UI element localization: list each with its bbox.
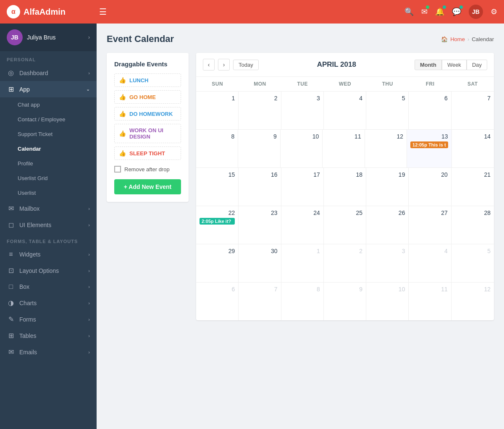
cal-cell-may6[interactable]: 6 [196,283,239,320]
cal-cell-may7[interactable]: 7 [239,283,281,320]
emails-icon: ✉ [7,348,15,356]
cal-cell-may2[interactable]: 2 [324,244,366,282]
cal-cell-apr18[interactable]: 18 [324,168,366,206]
sidebar-item-userlist-grid[interactable]: Userlist Grid [0,171,97,186]
cal-cell-apr6[interactable]: 6 [409,92,451,129]
cal-cell-may11[interactable]: 11 [409,283,451,320]
sidebar-item-forms[interactable]: ✎ Forms › [0,311,97,327]
sidebar-item-app-label: App [19,86,30,93]
cal-date: 14 [455,133,491,140]
view-week-button[interactable]: Week [442,60,467,70]
cal-cell-may12[interactable]: 12 [452,283,494,320]
cal-cell-apr1[interactable]: 1 [196,92,239,129]
cal-date: 30 [242,248,277,254]
cal-cell-apr24[interactable]: 24 [281,206,324,244]
cal-cell-apr16[interactable]: 16 [239,168,281,206]
cal-cell-apr12[interactable]: 12 [365,130,407,167]
cal-cell-may3[interactable]: 3 [366,244,409,282]
section-personal-label: PERSONAL [0,51,97,65]
drag-event-do-homework[interactable]: 👍 DO HOMEWORK [114,107,181,120]
cal-cell-apr11[interactable]: 11 [323,130,365,167]
sidebar-item-app[interactable]: ⊞ App ⌄ [0,81,97,97]
cal-date: 18 [327,171,362,178]
breadcrumb-home-link[interactable]: Home [450,36,465,42]
cal-cell-may10[interactable]: 10 [366,283,409,320]
hamburger-icon[interactable]: ☰ [99,7,107,17]
cal-cell-apr27[interactable]: 27 [409,206,451,244]
bell-icon[interactable]: 🔔 [435,7,444,16]
cal-cell-apr21[interactable]: 21 [452,168,494,206]
drag-event-sleep-tight[interactable]: 👍 SLEEP TIGHT [114,146,181,160]
mail-icon[interactable]: ✉ [421,7,428,16]
cal-cell-apr30[interactable]: 30 [239,244,281,282]
cal-cell-apr7[interactable]: 7 [452,92,494,129]
sidebar-item-profile[interactable]: Profile [0,156,97,171]
cal-date: 12 [455,286,491,293]
cal-cell-may5[interactable]: 5 [452,244,494,282]
main-content: Event Calendar 🏠 Home › Calendar Draggab… [97,24,504,429]
cal-cell-apr3[interactable]: 3 [281,92,324,129]
view-day-button[interactable]: Day [467,60,487,70]
drag-event-work-on-ui[interactable]: 👍 WORK ON UI DESIGN [114,124,181,143]
view-month-button[interactable]: Month [415,60,442,70]
sidebar-item-calendar[interactable]: Calendar [0,141,97,156]
drag-event-lunch[interactable]: 👍 LUNCH [114,73,181,87]
cal-cell-apr14[interactable]: 14 [452,130,494,167]
sidebar-item-userlist[interactable]: Userlist [0,186,97,200]
cal-cell-may1[interactable]: 1 [281,244,324,282]
cal-cell-apr17[interactable]: 17 [281,168,324,206]
cal-cell-apr22[interactable]: 22 2:05p Like it? [196,206,239,244]
cal-cell-may9[interactable]: 9 [324,283,366,320]
sidebar-item-chat-app[interactable]: Chat app [0,97,97,112]
cal-event-apr13[interactable]: 12:05p This is t [410,141,448,148]
calendar-today-button[interactable]: Today [233,60,259,70]
cal-cell-apr8[interactable]: 8 [196,130,238,167]
sidebar-item-widgets[interactable]: ≡ Widgets › [0,246,97,262]
add-event-button[interactable]: + Add New Event [114,179,181,194]
search-icon[interactable]: 🔍 [404,7,414,16]
cal-cell-apr10[interactable]: 10 [281,130,323,167]
drag-event-do-homework-label: DO HOMEWORK [129,111,173,117]
chat-icon[interactable]: 💬 [452,7,461,16]
cal-cell-apr13-today[interactable]: 13 12:05p This is t [407,130,452,167]
cal-cell-apr19[interactable]: 19 [366,168,409,206]
cal-date: 9 [242,133,276,140]
calendar-prev-button[interactable]: ‹ [203,59,215,71]
cal-cell-apr26[interactable]: 26 [366,206,409,244]
sidebar-item-contact-employee[interactable]: Contact / Employee [0,112,97,127]
cal-header-mon: MON [239,77,281,91]
sidebar-user[interactable]: JB Juliya Brus › [0,24,97,51]
cal-cell-apr15[interactable]: 15 [196,168,239,206]
cal-event-apr22[interactable]: 2:05p Like it? [200,218,235,225]
sidebar-item-emails[interactable]: ✉ Emails › [0,344,97,360]
cal-cell-may8[interactable]: 8 [281,283,324,320]
cal-cell-apr2[interactable]: 2 [239,92,281,129]
avatar[interactable]: JB [469,5,483,19]
events-panel-title: Draggable Events [114,60,181,68]
settings-icon[interactable]: ⚙ [491,7,497,16]
cal-cell-apr20[interactable]: 20 [409,168,451,206]
sidebar-item-charts[interactable]: ◑ Charts › [0,295,97,311]
cal-cell-apr4[interactable]: 4 [324,92,366,129]
cal-cell-apr25[interactable]: 25 [324,206,366,244]
remove-after-drop-checkbox[interactable] [114,166,121,173]
sidebar: JB Juliya Brus › PERSONAL ◎ Dashboard › … [0,24,97,429]
drag-event-go-home[interactable]: 👍 GO HOME [114,90,181,104]
sidebar-item-ui-elements[interactable]: ◻ UI Elements › [0,217,97,233]
sidebar-item-dashboard[interactable]: ◎ Dashboard › [0,65,97,81]
cal-cell-apr29[interactable]: 29 [196,244,239,282]
cal-cell-apr28[interactable]: 28 [452,206,494,244]
sidebar-item-mailbox[interactable]: ✉ Mailbox › [0,200,97,217]
sidebar-item-box[interactable]: □ Box › [0,279,97,295]
drag-event-go-home-label: GO HOME [129,94,156,100]
cal-cell-apr23[interactable]: 23 [239,206,281,244]
bell-badge [443,5,446,9]
cal-cell-may4[interactable]: 4 [409,244,451,282]
cal-cell-apr5[interactable]: 5 [366,92,409,129]
widgets-arrow-icon: › [88,252,90,257]
sidebar-item-layout-options[interactable]: ⊡ Layout Options › [0,262,97,279]
sidebar-item-tables[interactable]: ⊞ Tables › [0,327,97,344]
sidebar-item-support-ticket[interactable]: Support Ticket [0,127,97,141]
cal-cell-apr9[interactable]: 9 [238,130,280,167]
calendar-next-button[interactable]: › [218,59,230,71]
